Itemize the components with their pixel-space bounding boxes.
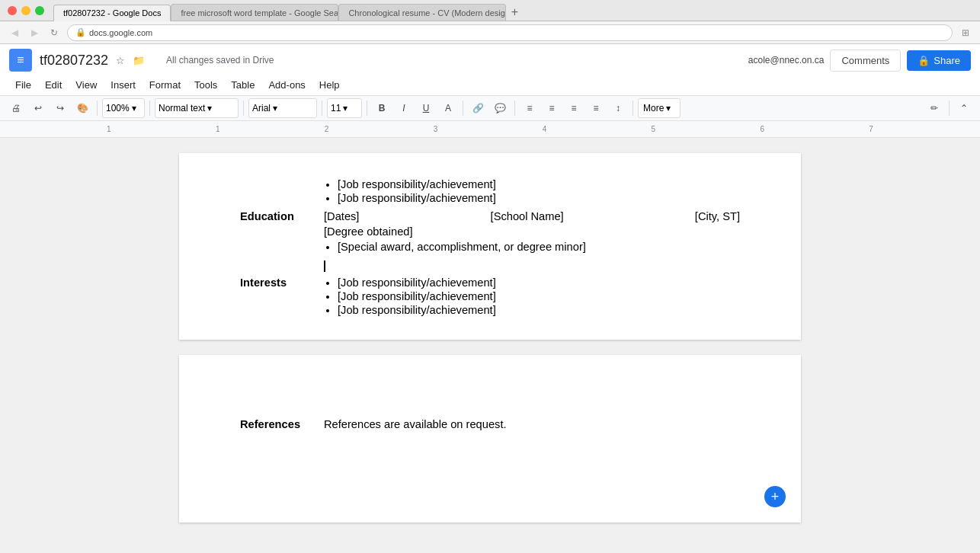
menu-file[interactable]: File bbox=[9, 76, 37, 94]
table-row: [Job responsibility/achievement] [Job re… bbox=[240, 176, 740, 208]
docs-header-actions: acole@nnec.on.ca Comments 🔒 Share bbox=[748, 50, 971, 72]
resume-table-top: [Job responsibility/achievement] [Job re… bbox=[240, 176, 740, 320]
toolbar-divider-3 bbox=[243, 101, 244, 116]
references-label: References bbox=[240, 416, 324, 433]
tab-templates[interactable]: Chronological resume - CV (Modern design… bbox=[338, 4, 506, 21]
toolbar-divider-2 bbox=[149, 101, 150, 116]
extensions-button[interactable]: ⊞ bbox=[959, 26, 972, 40]
menu-insert[interactable]: Insert bbox=[104, 76, 142, 94]
docs-header: ≡ tf02807232 ☆ 📁 All changes saved in Dr… bbox=[0, 44, 980, 96]
share-lock-icon: 🔒 bbox=[918, 55, 930, 66]
interests-bullets: [Job responsibility/achievement] [Job re… bbox=[338, 276, 740, 316]
new-tab-button[interactable]: + bbox=[506, 4, 523, 21]
toolbar-divider-4 bbox=[322, 101, 322, 116]
star-icon[interactable]: ☆ bbox=[113, 53, 128, 68]
list-item: [Job responsibility/achievement] bbox=[338, 276, 740, 289]
menu-tools[interactable]: Tools bbox=[188, 76, 223, 94]
link-button[interactable]: 🔗 bbox=[468, 98, 488, 118]
docs-logo: ≡ bbox=[9, 49, 32, 72]
comment-inline-button[interactable]: 💬 bbox=[490, 98, 510, 118]
bullets-top: [Job responsibility/achievement] [Job re… bbox=[338, 178, 740, 204]
menu-help[interactable]: Help bbox=[313, 76, 346, 94]
toolbar-divider-6 bbox=[463, 101, 463, 116]
lock-icon: 🔒 bbox=[75, 27, 86, 37]
close-button[interactable] bbox=[8, 6, 17, 15]
education-label: Education bbox=[240, 208, 324, 257]
toolbar-divider-7 bbox=[514, 101, 515, 116]
undo-button[interactable]: ↩ bbox=[28, 98, 48, 118]
more-select[interactable]: More ▾ bbox=[638, 98, 681, 118]
docs-title-row: tf02807232 ☆ 📁 All changes saved in Driv… bbox=[40, 53, 748, 69]
docs-title-area: tf02807232 ☆ 📁 All changes saved in Driv… bbox=[40, 53, 748, 69]
text-cursor bbox=[324, 261, 325, 272]
list-item: [Job responsibility/achievement] bbox=[338, 178, 740, 190]
edu-details-row: [Dates] [School Name] [City, ST] bbox=[324, 210, 740, 222]
comments-button[interactable]: Comments bbox=[830, 50, 901, 72]
user-account[interactable]: acole@nnec.on.ca bbox=[748, 55, 825, 66]
list-item: [Job responsibility/achievement] bbox=[338, 290, 740, 302]
address-bar: ◀ ▶ ↻ 🔒 docs.google.com ⊞ bbox=[0, 21, 980, 44]
paint-format-button[interactable]: 🎨 bbox=[72, 98, 92, 118]
url-field[interactable]: 🔒 docs.google.com bbox=[67, 24, 953, 41]
reload-button[interactable]: ↻ bbox=[47, 26, 61, 40]
traffic-lights bbox=[8, 6, 44, 15]
print-button[interactable]: 🖨 bbox=[6, 98, 26, 118]
docs-title-icons: ☆ 📁 bbox=[113, 53, 146, 68]
document-page-1[interactable]: [Job responsibility/achievement] [Job re… bbox=[179, 153, 801, 340]
saved-status: All changes saved in Drive bbox=[166, 55, 274, 66]
forward-button[interactable]: ▶ bbox=[27, 26, 41, 40]
browser-tabs: tf02807232 - Google Docs free microsoft … bbox=[53, 0, 972, 21]
resume-table-page2: References References are available on r… bbox=[240, 416, 740, 433]
gdocs-app: ≡ tf02807232 ☆ 📁 All changes saved in Dr… bbox=[0, 44, 980, 553]
style-select[interactable]: Normal text ▾ bbox=[155, 98, 239, 118]
docs-menubar: File Edit View Insert Format Tools Table… bbox=[9, 75, 971, 95]
document-title[interactable]: tf02807232 bbox=[40, 53, 108, 69]
browser-titlebar: tf02807232 - Google Docs free microsoft … bbox=[0, 0, 980, 21]
line-spacing-button[interactable]: ↕ bbox=[608, 98, 628, 118]
edu-degree: [Degree obtained] bbox=[324, 225, 740, 238]
toolbar-divider-5 bbox=[367, 101, 367, 116]
align-center-button[interactable]: ≡ bbox=[542, 98, 562, 118]
tab-gdocs[interactable]: tf02807232 - Google Docs bbox=[53, 5, 171, 21]
font-select[interactable]: Arial ▾ bbox=[248, 98, 317, 118]
italic-button[interactable]: I bbox=[394, 98, 414, 118]
docs-toolbar: 🖨 ↩ ↪ 🎨 100% ▾ Normal text ▾ Arial ▾ 11 … bbox=[0, 96, 980, 121]
magic-wand-button[interactable]: ✏ bbox=[924, 98, 944, 118]
font-size-select[interactable]: 11 ▾ bbox=[327, 98, 362, 118]
ruler: 1 1 2 3 4 5 6 7 bbox=[0, 121, 980, 138]
text-color-button[interactable]: A bbox=[438, 98, 458, 118]
menu-format[interactable]: Format bbox=[143, 76, 187, 94]
bold-button[interactable]: B bbox=[372, 98, 392, 118]
zoom-select[interactable]: 100% ▾ bbox=[102, 98, 145, 118]
edu-city: [City, ST] bbox=[695, 210, 740, 222]
docs-header-top: ≡ tf02807232 ☆ 📁 All changes saved in Dr… bbox=[9, 49, 971, 72]
edu-bullets: [Special award, accomplishment, or degre… bbox=[338, 241, 740, 253]
blank-row bbox=[240, 257, 740, 274]
menu-edit[interactable]: Edit bbox=[39, 76, 68, 94]
maximize-button[interactable] bbox=[35, 6, 44, 15]
tab-search[interactable]: free microsoft word template - Google Se… bbox=[171, 4, 338, 21]
align-justify-button[interactable]: ≡ bbox=[586, 98, 606, 118]
references-text: References are available on request. bbox=[324, 416, 740, 433]
align-left-button[interactable]: ≡ bbox=[520, 98, 540, 118]
align-right-button[interactable]: ≡ bbox=[564, 98, 584, 118]
list-item: [Special award, accomplishment, or degre… bbox=[338, 241, 740, 253]
docs-content[interactable]: [Job responsibility/achievement] [Job re… bbox=[0, 138, 980, 553]
menu-view[interactable]: View bbox=[69, 76, 103, 94]
list-item: [Job responsibility/achievement] bbox=[338, 192, 740, 204]
menu-table[interactable]: Table bbox=[225, 76, 261, 94]
toolbar-divider-8 bbox=[633, 101, 633, 116]
edu-school: [School Name] bbox=[491, 210, 564, 222]
back-button[interactable]: ◀ bbox=[8, 26, 21, 40]
underline-button[interactable]: U bbox=[416, 98, 436, 118]
references-row: References References are available on r… bbox=[240, 416, 740, 433]
folder-icon[interactable]: 📁 bbox=[131, 53, 146, 68]
share-button[interactable]: 🔒 Share bbox=[907, 50, 971, 71]
collapse-toolbar-button[interactable]: ⌃ bbox=[954, 98, 974, 118]
redo-button[interactable]: ↪ bbox=[50, 98, 70, 118]
menu-addons[interactable]: Add-ons bbox=[262, 76, 311, 94]
add-button[interactable]: + bbox=[764, 486, 786, 507]
document-page-2[interactable]: References References are available on r… bbox=[179, 355, 801, 523]
list-item: [Job responsibility/achievement] bbox=[338, 304, 740, 316]
minimize-button[interactable] bbox=[21, 6, 30, 15]
